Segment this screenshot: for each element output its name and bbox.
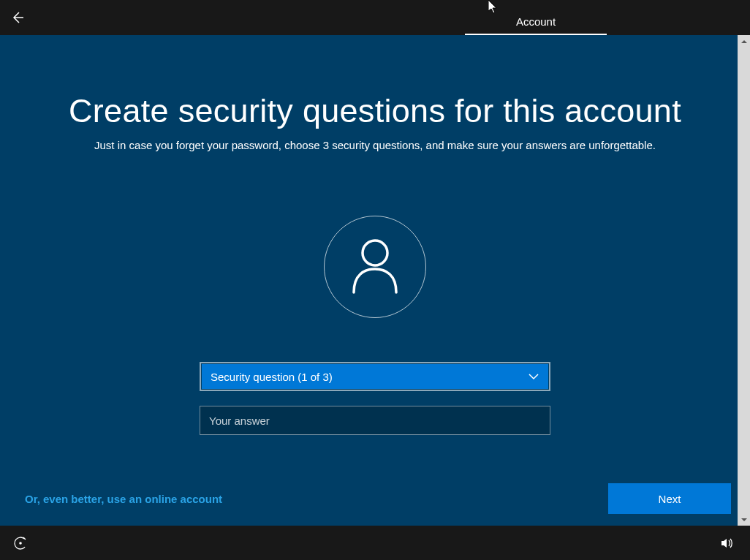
volume-button[interactable] <box>713 530 740 556</box>
select-label: Security question (1 of 3) <box>211 371 333 383</box>
page-title: Create security questions for this accou… <box>0 92 750 130</box>
svg-point-2 <box>19 542 22 545</box>
volume-icon <box>719 536 734 550</box>
bottom-row: Or, even better, use an online account N… <box>25 483 731 514</box>
chevron-down-icon <box>528 371 539 382</box>
scrollbar[interactable] <box>738 35 750 526</box>
caret-down-icon <box>741 518 747 522</box>
select-outline: Security question (1 of 3) <box>200 362 550 391</box>
back-button[interactable] <box>0 0 35 35</box>
main-area: Create security questions for this accou… <box>0 35 750 526</box>
next-button[interactable]: Next <box>608 483 731 514</box>
security-question-select[interactable]: Security question (1 of 3) <box>202 364 548 389</box>
scroll-down-button[interactable] <box>738 513 750 526</box>
answer-row <box>200 406 550 435</box>
person-icon <box>349 238 401 295</box>
security-question-row: Security question (1 of 3) <box>200 362 550 391</box>
answer-input[interactable] <box>200 406 550 435</box>
footer <box>0 526 750 560</box>
arrow-left-icon <box>10 10 25 25</box>
avatar-circle <box>324 216 426 318</box>
titlebar: Account <box>0 0 750 35</box>
accessibility-icon <box>13 536 28 550</box>
content: Create security questions for this accou… <box>0 35 750 435</box>
scroll-up-button[interactable] <box>738 35 750 48</box>
ease-of-access-button[interactable] <box>7 530 34 556</box>
tab-label: Account <box>516 15 556 34</box>
tab-account[interactable]: Account <box>465 0 607 35</box>
page-subtitle: Just in case you forget your password, c… <box>0 139 750 151</box>
online-account-link[interactable]: Or, even better, use an online account <box>25 493 222 505</box>
caret-up-icon <box>741 39 747 44</box>
svg-point-0 <box>363 241 387 265</box>
